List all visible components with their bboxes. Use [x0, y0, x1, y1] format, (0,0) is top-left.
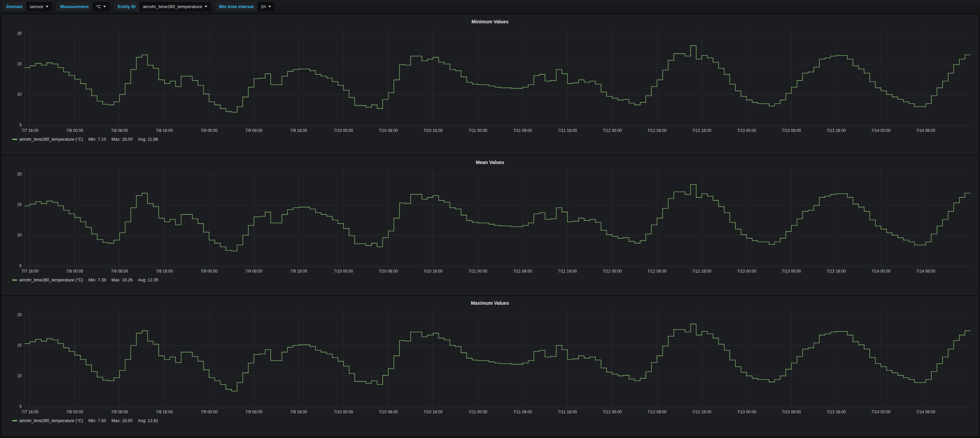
legend-min: Min:7.10 [88, 137, 106, 142]
y-tick-label: 10 [17, 233, 22, 237]
x-tick-label: 7/10 16:00 [423, 269, 443, 274]
x-tick-label: 7/11 00:00 [469, 128, 487, 133]
x-tick-label: 7/10 16:00 [423, 409, 443, 414]
legend-max: Max:18.00 [111, 137, 132, 142]
y-tick-label: 15 [17, 202, 22, 207]
legend-avg: Avg:11.88 [138, 137, 158, 142]
panel-mean-values: Mean Values 5101520 7/7 16:007/8 00:007/… [2, 156, 978, 295]
x-tick-label: 7/9 00:00 [200, 409, 218, 414]
y-tick-label: 20 [17, 31, 22, 36]
x-tick-label: 7/7 16:00 [22, 409, 38, 414]
series-line [24, 185, 970, 251]
x-axis: 7/7 16:007/8 00:007/8 08:007/8 16:007/9 … [24, 127, 970, 133]
x-tick-label: 7/10 08:00 [379, 269, 398, 274]
series-name[interactable]: airrohr_bme280_temperature (°C) [19, 278, 83, 282]
legend-min: Min:7.38 [88, 278, 106, 282]
chart-area: 5101520 [5, 309, 975, 408]
x-tick-label: 7/8 00:00 [66, 128, 83, 133]
legend-avg: Avg:12.35 [138, 278, 158, 282]
series-line [24, 324, 970, 391]
series-color-swatch-icon [12, 279, 17, 281]
x-tick-label: 7/11 08:00 [513, 269, 532, 274]
legend-avg: Avg:12.81 [138, 418, 158, 423]
legend-min: Min:7.50 [88, 418, 106, 423]
variable-entity-id-value[interactable]: airrohr_bme280_temperature [139, 2, 211, 11]
x-tick-label: 7/9 08:00 [246, 409, 262, 414]
x-tick-label: 7/13 00:00 [737, 269, 756, 274]
variable-min-time-interval-label: Min time interval [215, 2, 258, 11]
panel-title[interactable]: Mean Values [5, 158, 975, 168]
x-tick-label: 7/9 00:00 [200, 128, 218, 133]
chart-area: 5101520 [5, 27, 975, 127]
x-tick-label: 7/7 16:00 [22, 269, 38, 274]
x-tick-label: 7/14 08:00 [916, 269, 935, 274]
y-tick-label: 5 [19, 263, 22, 268]
variable-min-time-interval-value[interactable]: 1h [258, 2, 274, 11]
series-name[interactable]: airrohr_bme280_temperature (°C) [19, 418, 83, 423]
x-tick-label: 7/11 08:00 [513, 128, 532, 133]
x-tick-label: 7/12 00:00 [603, 269, 622, 274]
graph-plot[interactable] [24, 168, 970, 268]
x-tick-label: 7/8 16:00 [156, 409, 173, 414]
x-tick-label: 7/12 08:00 [648, 269, 667, 274]
x-tick-label: 7/12 16:00 [692, 409, 711, 414]
x-tick-label: 7/12 00:00 [603, 128, 622, 133]
x-tick-label: 7/9 08:00 [246, 128, 262, 133]
x-tick-label: 7/13 16:00 [826, 128, 846, 133]
x-tick-label: 7/7 16:00 [22, 128, 38, 133]
caret-down-icon [46, 6, 48, 8]
caret-down-icon [268, 6, 271, 8]
series-color-swatch-icon [12, 139, 17, 140]
x-tick-label: 7/10 08:00 [379, 409, 398, 414]
y-tick-label: 10 [17, 92, 22, 97]
y-tick-label: 20 [17, 172, 22, 176]
series-color-swatch-icon [12, 420, 17, 421]
x-tick-label: 7/11 16:00 [558, 409, 577, 414]
series-name[interactable]: airrohr_bme280_temperature (°C) [19, 137, 83, 142]
x-tick-label: 7/13 00:00 [737, 128, 756, 133]
x-tick-label: 7/11 08:00 [513, 409, 532, 414]
x-tick-label: 7/11 00:00 [469, 269, 487, 274]
x-tick-label: 7/9 00:00 [200, 269, 218, 274]
x-tick-label: 7/8 00:00 [66, 269, 83, 274]
x-tick-label: 7/8 08:00 [111, 269, 128, 274]
panel-title[interactable]: Maximum Values [5, 298, 975, 309]
legend: airrohr_bme280_temperature (°C) Min:7.50… [12, 418, 975, 423]
graph-plot[interactable] [24, 27, 970, 127]
x-tick-label: 7/14 00:00 [872, 269, 891, 274]
dashboard-submenu: Domain sensor Measurement °C Entity ID a… [0, 0, 980, 13]
legend: airrohr_bme280_temperature (°C) Min:7.38… [12, 278, 975, 282]
x-tick-label: 7/10 08:00 [379, 128, 398, 133]
x-tick-label: 7/14 00:00 [872, 409, 891, 414]
variable-measurement: Measurement °C [56, 2, 109, 11]
variable-domain-value[interactable]: sensor [26, 2, 52, 11]
variable-entity-id: Entity ID airrohr_bme280_temperature [114, 2, 210, 11]
y-axis: 5101520 [5, 309, 24, 408]
variable-measurement-label: Measurement [56, 2, 92, 11]
x-tick-label: 7/11 16:00 [558, 128, 577, 133]
x-tick-label: 7/13 16:00 [826, 269, 846, 274]
x-tick-label: 7/12 08:00 [648, 128, 667, 133]
y-axis: 5101520 [5, 27, 24, 127]
x-tick-label: 7/13 16:00 [826, 409, 846, 414]
x-tick-label: 7/14 08:00 [916, 128, 935, 133]
x-tick-label: 7/13 00:00 [737, 409, 756, 414]
x-tick-label: 7/11 16:00 [558, 269, 577, 274]
x-tick-label: 7/11 00:00 [469, 409, 487, 414]
x-tick-label: 7/8 16:00 [156, 269, 173, 274]
legend-max: Max:18.26 [111, 278, 132, 282]
x-tick-label: 7/12 08:00 [648, 409, 667, 414]
variable-entity-id-label: Entity ID [114, 2, 139, 11]
variable-measurement-value[interactable]: °C [92, 2, 109, 11]
y-tick-label: 5 [19, 123, 22, 127]
graph-plot[interactable] [24, 309, 970, 408]
dashboard-panels: Minimum Values 5101520 7/7 16:007/8 00:0… [0, 13, 980, 436]
panel-title[interactable]: Minimum Values [5, 17, 975, 27]
caret-down-icon [205, 6, 207, 8]
x-tick-label: 7/8 16:00 [156, 128, 173, 133]
x-tick-label: 7/10 16:00 [423, 128, 443, 133]
x-tick-label: 7/10 00:00 [334, 269, 353, 274]
legend-max: Max:18.50 [111, 418, 132, 423]
chart-area: 5101520 [5, 168, 975, 268]
x-tick-label: 7/9 16:00 [290, 409, 307, 414]
